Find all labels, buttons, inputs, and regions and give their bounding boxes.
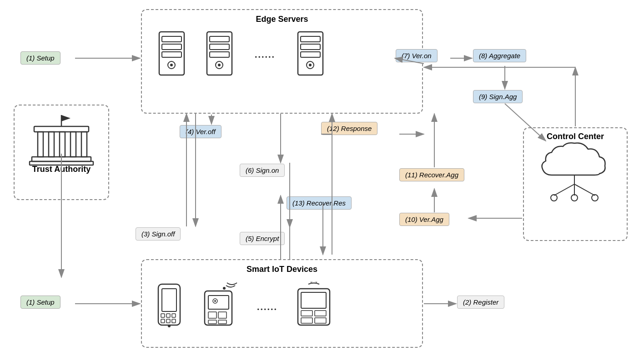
diagram-container: Edge Servers Smart IoT Devices Trust Aut… [0,0,644,361]
svg-rect-42 [218,320,226,324]
step-11-recoveragg: (11) Recover.Agg [399,168,464,181]
smart-iot-title: Smart IoT Devices [142,265,422,274]
control-center-title: Control Center [524,132,627,141]
svg-point-57 [571,195,578,201]
svg-point-43 [223,287,226,290]
svg-rect-24 [301,44,320,50]
svg-rect-41 [208,320,216,324]
svg-rect-6 [70,132,76,157]
step-1b-setup: (1) Setup [20,296,60,309]
step-8-aggregate: (8) Aggregate [473,49,526,62]
svg-marker-1 [61,115,70,121]
svg-rect-46 [298,289,330,325]
svg-rect-51 [315,318,326,323]
svg-line-55 [574,184,595,196]
step-1a-setup: (1) Setup [20,51,60,65]
svg-rect-34 [166,319,170,323]
step-2-register: (2) Register [457,296,504,309]
step-9-signagg: (9) Sign.Agg [473,90,523,103]
svg-rect-8 [32,157,91,161]
svg-rect-18 [210,44,229,50]
servers-ellipsis: ...... [255,49,275,60]
svg-rect-5 [60,132,65,157]
step-12-response: (12) Response [321,122,377,135]
svg-rect-11 [162,36,181,42]
svg-rect-12 [162,44,181,50]
svg-point-15 [170,64,173,66]
svg-point-36 [168,325,171,327]
svg-rect-38 [208,296,229,309]
step-5-encrypt: (5) Encrypt [240,232,285,245]
iot-ellipsis: ...... [257,301,277,313]
svg-rect-35 [172,319,176,323]
svg-line-53 [554,184,574,196]
svg-rect-29 [162,289,176,311]
svg-rect-2 [34,126,89,132]
svg-rect-13 [162,52,181,57]
svg-rect-3 [38,132,43,157]
svg-rect-49 [315,311,326,316]
svg-point-21 [218,64,221,66]
edge-servers-icons: ...... [155,30,327,80]
svg-rect-7 [81,132,87,157]
edge-servers-title: Edge Servers [142,15,422,24]
svg-point-45 [214,300,216,302]
svg-rect-23 [301,36,320,42]
svg-point-27 [309,64,312,66]
svg-rect-19 [210,52,229,57]
step-3-signoff: (3) Sign.off [136,227,181,241]
svg-rect-30 [161,314,165,317]
step-13-recoverres: (13) Recover.Res [287,196,352,210]
svg-rect-17 [210,36,229,42]
svg-rect-47 [301,292,326,308]
svg-rect-31 [166,314,170,317]
step-7-veron: (7) Ver.on [396,49,438,62]
step-4-veroff: (4) Ver.off [180,125,221,138]
trust-authority-icon [25,113,98,174]
svg-rect-32 [172,314,176,317]
step-6-ignon: (6) Sign.on [240,164,285,177]
svg-rect-33 [161,319,165,323]
svg-rect-40 [218,312,226,318]
iot-icons: ...... [155,282,332,332]
svg-rect-39 [208,312,216,318]
svg-point-56 [551,195,557,201]
svg-rect-50 [301,318,312,323]
svg-rect-9 [30,161,93,165]
control-center-icon [527,141,622,216]
svg-rect-48 [301,311,312,316]
step-10-veragg: (10) Ver.Agg [399,213,449,226]
svg-point-58 [592,195,598,201]
svg-rect-25 [301,52,320,57]
svg-rect-4 [49,132,54,157]
